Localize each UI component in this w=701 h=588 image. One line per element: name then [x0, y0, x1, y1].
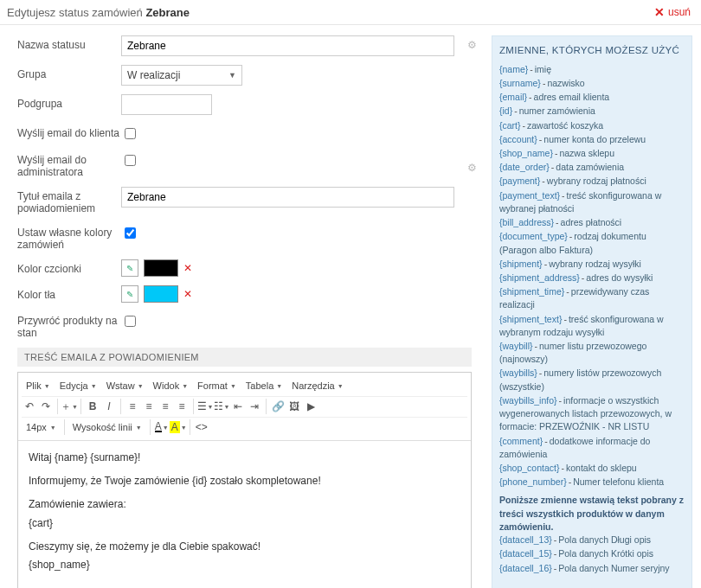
email-admin-checkbox[interactable] — [125, 155, 136, 166]
variable-item: {name}-imię — [499, 63, 685, 76]
indent-icon[interactable]: ⇥ — [247, 399, 262, 414]
text-color-icon[interactable]: A▼ — [154, 419, 170, 435]
variable-item: {phone_number}-Numer telefonu klienta — [499, 476, 685, 489]
bg-color-swatch[interactable] — [144, 285, 178, 303]
menu-edit[interactable]: Edycja▼ — [55, 378, 101, 393]
align-center-icon[interactable]: ≡ — [141, 399, 157, 414]
variable-item: {shop_contact}-kontakt do sklepu — [499, 462, 685, 475]
variable-item: {waybills_info}-informacje o wszystkich … — [499, 394, 685, 434]
close-icon: ✕ — [654, 5, 665, 19]
custom-colors-label: Ustaw własne kolory zamówień — [17, 223, 121, 251]
align-justify-icon[interactable]: ≡ — [174, 399, 190, 414]
align-right-icon[interactable]: ≡ — [158, 399, 173, 414]
variable-item: {shop_name}-nazwa sklepu — [499, 147, 685, 160]
restore-label: Przywróć produkty na stan — [17, 311, 121, 339]
subgroup-input[interactable] — [121, 94, 212, 115]
email-client-label: Wyślij email do klienta — [17, 124, 121, 139]
variable-item: {waybills}-numery listów przewozowych (w… — [499, 367, 685, 393]
editor-content[interactable]: Witaj {name} {surname}! Informujemy, że … — [18, 441, 471, 588]
email-client-checkbox[interactable] — [125, 128, 136, 139]
menu-table[interactable]: Tabela▼ — [241, 378, 286, 393]
gear-icon[interactable]: ⚙ — [467, 39, 479, 51]
variable-item: {shipment}-wybrany rodzaj wysyłki — [499, 258, 685, 271]
editor-line: Informujemy, że Twoje zamówienie {id} zo… — [29, 473, 460, 489]
list-number-icon[interactable]: ☷▼ — [214, 399, 229, 414]
restore-checkbox[interactable] — [125, 316, 136, 327]
align-left-icon[interactable]: ≡ — [125, 399, 140, 414]
variables-title: ZMIENNE, KTÓRYCH MOŻESZ UŻYĆ — [499, 43, 685, 58]
font-color-picker[interactable]: ✎ — [121, 259, 138, 277]
variable-item: {waybill}-numer listu przewozowego (najn… — [499, 340, 685, 366]
menu-tools[interactable]: Narzędzia▼ — [287, 378, 347, 393]
image-icon[interactable]: 🖼 — [286, 399, 302, 414]
group-label: Grupa — [17, 65, 121, 80]
variable-item: {surname}-nazwisko — [499, 77, 685, 90]
variable-item: {email}-adres email klienta — [499, 91, 685, 104]
editor-line: Zamówienie zawiera: — [29, 496, 460, 513]
variables-panel: ZMIENNE, KTÓRYCH MOŻESZ UŻYĆ {name}-imię… — [492, 35, 692, 588]
link-icon[interactable]: 🔗 — [270, 399, 286, 414]
variable-item: {datacell_16}-Pola danych Numer seryjny — [499, 562, 685, 575]
email-admin-label: Wyślij email do administratora — [17, 150, 121, 178]
variable-item: {id}-numer zamówienia — [499, 105, 685, 118]
italic-icon[interactable]: I — [101, 399, 117, 414]
fontsize-select[interactable]: 14px▼ — [22, 419, 61, 435]
variable-item: {datacell_15}-Pola danych Krótki opis — [499, 547, 685, 560]
variable-item: {account}-numer konta do przelewu — [499, 133, 685, 146]
menu-insert[interactable]: Wstaw▼ — [102, 378, 148, 393]
title-prefix: Edytujesz status zamówień — [7, 6, 145, 19]
variable-item: {document_type}-rodzaj dokumentu (Parago… — [499, 230, 685, 256]
variable-item: {shipment_address}-adres do wysyłki — [499, 272, 685, 284]
bold-icon[interactable]: B — [85, 399, 100, 414]
editor-line: Witaj {name} {surname}! — [29, 450, 460, 466]
variable-item: {datacell_13}-Pola danych Długi opis — [499, 534, 685, 546]
variable-item: {cart}-zawartość koszyka — [499, 119, 685, 132]
gear-icon[interactable]: ⚙ — [467, 162, 479, 174]
outdent-icon[interactable]: ⇤ — [230, 399, 246, 414]
variable-item: {date_order}-data zamówienia — [499, 161, 685, 174]
editor-line: {cart} — [29, 515, 460, 532]
add-icon[interactable]: ＋▼ — [61, 399, 77, 414]
subgroup-label: Podgrupa — [17, 94, 121, 110]
variable-item: {shipment_time}-przewidywany czas realiz… — [499, 285, 685, 311]
custom-colors-checkbox[interactable] — [125, 227, 136, 239]
editor-line: Cieszymy się, że możemy je dla Ciebie sp… — [29, 539, 460, 555]
delete-button[interactable]: ✕ usuń — [654, 5, 691, 19]
rich-editor: Plik▼ Edycja▼ Wstaw▼ Widok▼ Format▼ Tabe… — [17, 372, 472, 588]
bg-color-label: Kolor tła — [17, 285, 121, 301]
menu-format[interactable]: Format▼ — [193, 378, 241, 393]
group-select[interactable]: W realizacji ▼ — [121, 65, 242, 86]
email-content-section-title: TREŚĆ EMAILA Z POWIADOMIENIEM — [17, 348, 472, 367]
editor-toolbar: Plik▼ Edycja▼ Wstaw▼ Widok▼ Format▼ Tabe… — [18, 373, 471, 441]
lineheight-select[interactable]: Wysokość linii▼ — [68, 419, 146, 435]
variable-item: {bill_address}-adres płatności — [499, 216, 685, 229]
bg-color-remove[interactable]: ✕ — [183, 288, 192, 300]
email-title-input[interactable] — [121, 187, 454, 208]
delete-label: usuń — [668, 6, 691, 18]
variable-item: {shipment_text}-treść skonfigurowana w w… — [499, 313, 685, 339]
bg-color-picker[interactable]: ✎ — [121, 285, 138, 303]
variable-item: {comment}-dodatkowe informacje do zamówi… — [499, 435, 685, 461]
code-icon[interactable]: <> — [194, 419, 209, 435]
status-name: Zebrane — [145, 6, 190, 19]
redo-icon[interactable]: ↷ — [38, 399, 54, 414]
undo-icon[interactable]: ↶ — [22, 399, 37, 414]
variable-item: {payment}-wybrany rodzaj płatności — [499, 175, 685, 188]
status-name-input[interactable] — [121, 35, 454, 56]
variable-item: {payment_text}-treść skonfigurowana w wy… — [499, 189, 685, 215]
font-color-label: Kolor czcionki — [17, 259, 121, 275]
bg-color-icon[interactable]: A▼ — [170, 419, 186, 435]
font-color-swatch[interactable] — [144, 259, 178, 277]
variables-note: Poniższe zmienne wstawią tekst pobrany z… — [499, 494, 685, 534]
name-label: Nazwa statusu — [17, 35, 121, 51]
media-icon[interactable]: ▶ — [303, 399, 318, 414]
group-value: W realizacji — [127, 69, 180, 81]
font-color-remove[interactable]: ✕ — [183, 262, 192, 274]
chevron-down-icon: ▼ — [228, 71, 236, 80]
email-title-label: Tytuł emaila z powiadomieniem — [17, 187, 121, 214]
menu-file[interactable]: Plik▼ — [22, 378, 55, 393]
page-title: Edytujesz status zamówień Zebrane — [7, 6, 190, 19]
menu-view[interactable]: Widok▼ — [149, 378, 193, 393]
list-bullet-icon[interactable]: ☰▼ — [197, 399, 213, 414]
editor-line: {shop_name} — [29, 557, 460, 573]
